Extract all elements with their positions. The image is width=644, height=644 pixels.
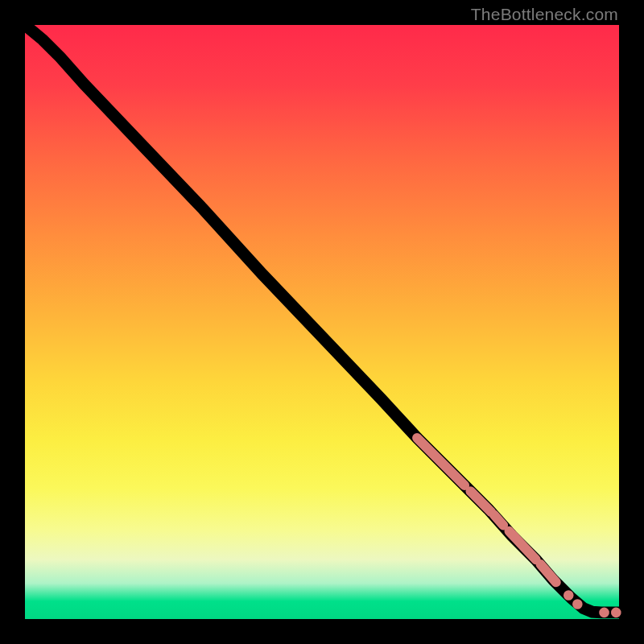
data-point <box>564 590 574 601</box>
watermark-text: TheBottleneck.com <box>471 5 618 24</box>
chart-overlay <box>25 25 619 619</box>
data-point <box>599 608 609 618</box>
data-point <box>572 599 583 609</box>
highlight-segment <box>509 531 535 559</box>
highlight-segment <box>541 564 556 582</box>
chart-stage: TheBottleneck.com <box>0 0 644 644</box>
highlight-segment <box>417 438 464 485</box>
highlight-segment <box>494 515 503 526</box>
highlight-segments <box>417 438 556 582</box>
bottleneck-curve <box>25 25 619 613</box>
data-point <box>611 608 621 618</box>
